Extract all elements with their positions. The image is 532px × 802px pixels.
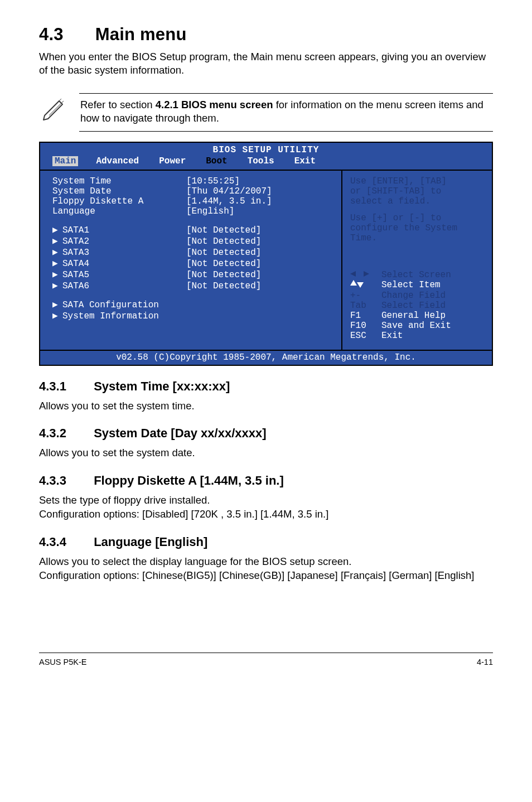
label-sata6: SATA6 [62,281,186,291]
pencil-icon [39,93,69,123]
submenu-system-info[interactable]: ▶ System Information [52,310,336,321]
sec-body: Configuration options: [Disabled] [720K … [39,508,493,521]
field-floppy[interactable]: Floppy Diskette A [1.44M, 3.5 in.] [52,196,336,206]
legend-label: Change Field [381,291,484,301]
bios-title: BIOS SETUP UTILITY [40,143,492,156]
label-sata1: SATA1 [62,225,186,235]
section-heading: 4.3.1 System Time [xx:xx:xx] [39,379,493,394]
sec-num: 4.3.2 [39,426,90,441]
svg-marker-2 [350,271,356,277]
legend-label: Save and Exit [381,321,484,331]
triangle-icon: ▶ [52,310,62,321]
label-language: Language [52,206,186,216]
note-bold: 4.2.1 BIOS menu screen [156,99,273,110]
sec-body: Allows you to select the display languag… [39,555,493,569]
sec-num: 4.3.3 [39,474,90,488]
tab-boot[interactable]: Boot [204,156,229,166]
legend-row: Tab Select Field [350,301,484,311]
sec-body: Sets the type of floppy drive installed. [39,494,493,508]
triangle-icon: ▶ [52,258,62,269]
value-sata2: [Not Detected] [186,236,336,247]
field-language[interactable]: Language [English] [52,206,336,216]
note-pre: Refer to section [80,99,156,110]
value-system-date: [Thu 04/12/2007] [186,186,336,196]
sec-num: 4.3.4 [39,535,90,549]
sec-body: Allows you to set the system date. [39,446,493,460]
key-legend: Select Screen Select Item +- Change Fiel… [350,270,484,341]
legend-row: Select Item [350,280,484,291]
label-sata5: SATA5 [62,270,186,280]
help-line: or [SHIFT-TAB] to [350,186,484,196]
legend-row: ESC Exit [350,331,484,341]
page-footer: ASUS P5K-E 4-11 [39,653,493,683]
label-sata3: SATA3 [62,248,186,258]
label-sata4: SATA4 [62,259,186,269]
section-heading: 4.3.3 Floppy Diskette A [1.44M, 3.5 in.] [39,474,493,488]
tab-tools[interactable]: Tools [245,156,277,166]
submenu-sata5[interactable]: ▶ SATA5 [Not Detected] [52,269,336,280]
field-system-date[interactable]: System Date [Thu 04/12/2007] [52,186,336,196]
page-title: 4.3 Main menu [39,25,493,45]
bios-tab-bar: Main Advanced Power Boot Tools Exit [40,156,492,170]
legend-key: F1 [350,311,381,321]
sec-title: System Time [xx:xx:xx] [94,379,230,393]
submenu-sata6[interactable]: ▶ SATA6 [Not Detected] [52,280,336,291]
submenu-sata4[interactable]: ▶ SATA4 [Not Detected] [52,258,336,269]
submenu-sata-config[interactable]: ▶ SATA Configuration [52,299,336,310]
tab-power[interactable]: Power [157,156,188,166]
triangle-icon: ▶ [52,299,62,310]
value-sata1: [Not Detected] [186,225,336,235]
legend-row: +- Change Field [350,291,484,301]
label-sata-config: SATA Configuration [62,300,186,310]
value-sata6: [Not Detected] [186,281,336,291]
note-text: Refer to section 4.2.1 BIOS menu screen … [79,93,493,132]
legend-label: Select Field [381,301,484,311]
label-system-date: System Date [52,186,186,196]
note-callout: Refer to section 4.2.1 BIOS menu screen … [39,93,493,132]
value-language: [English] [186,206,336,216]
triangle-icon: ▶ [52,247,62,258]
submenu-sata2[interactable]: ▶ SATA2 [Not Detected] [52,235,336,247]
label-floppy: Floppy Diskette A [52,196,186,206]
value-sata4: [Not Detected] [186,259,336,269]
sec-title: Floppy Diskette A [1.44M, 3.5 in.] [94,474,284,487]
svg-line-0 [47,99,61,113]
triangle-icon: ▶ [52,280,62,291]
help-line: configure the System [350,223,484,233]
legend-key: Tab [350,301,381,311]
legend-key: F10 [350,321,381,331]
sec-num: 4.3.1 [39,379,90,394]
triangle-icon: ▶ [52,269,62,280]
legend-label: General Help [381,311,484,321]
help-line: select a field. [350,196,484,206]
arrow-left-right-icon [350,270,381,280]
arrow-up-down-icon [350,280,381,291]
sec-body: Configuration options: [Chinese(BIG5)] [… [39,569,493,583]
field-system-time[interactable]: System Time [10:55:25] [52,176,336,186]
footer-left: ASUS P5K-E [39,658,86,666]
help-line: Use [ENTER], [TAB] [350,176,484,186]
help-line: Time. [350,233,484,243]
submenu-sata3[interactable]: ▶ SATA3 [Not Detected] [52,247,336,258]
label-system-info: System Information [62,311,186,321]
triangle-icon: ▶ [52,224,62,235]
bios-help-pane: Use [ENTER], [TAB] or [SHIFT-TAB] to sel… [342,170,492,350]
help-line: Use [+] or [-] to [350,213,484,223]
legend-key: +- [350,291,381,301]
tab-advanced[interactable]: Advanced [94,156,141,166]
bios-footer: v02.58 (C)Copyright 1985-2007, American … [40,350,492,365]
sec-body: Allows you to set the system time. [39,399,493,413]
footer-right: 4-11 [477,658,493,666]
value-system-time: [10:55:25] [186,176,336,186]
section-heading: 4.3.2 System Date [Day xx/xx/xxxx] [39,426,493,441]
h1-number: 4.3 [39,25,90,45]
bios-panel: BIOS SETUP UTILITY Main Advanced Power B… [39,142,493,366]
svg-marker-4 [350,280,357,286]
submenu-sata1[interactable]: ▶ SATA1 [Not Detected] [52,224,336,235]
tab-main[interactable]: Main [52,156,78,166]
tab-exit[interactable]: Exit [292,156,318,166]
h1-text: Main menu [95,25,187,44]
legend-key: ESC [350,331,381,341]
legend-label: Select Item [381,280,484,291]
value-floppy: [1.44M, 3.5 in.] [186,196,336,206]
